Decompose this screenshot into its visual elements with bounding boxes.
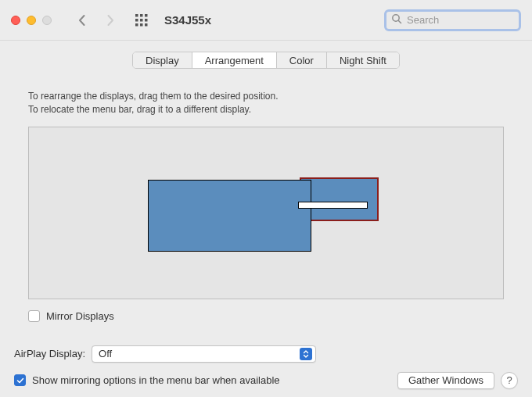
search-icon bbox=[391, 13, 402, 27]
svg-line-10 bbox=[398, 20, 401, 23]
back-button[interactable] bbox=[75, 13, 89, 27]
svg-rect-8 bbox=[145, 23, 148, 27]
mirror-displays-label: Mirror Displays bbox=[46, 310, 114, 322]
mirror-displays-checkbox[interactable] bbox=[28, 310, 40, 322]
search-input[interactable] bbox=[407, 14, 514, 26]
instruction-line-1: To rearrange the displays, drag them to … bbox=[28, 90, 504, 103]
svg-rect-0 bbox=[135, 14, 138, 17]
chevron-up-down-icon bbox=[300, 348, 312, 360]
search-field[interactable] bbox=[384, 9, 521, 31]
window-controls bbox=[11, 16, 52, 25]
show-all-button[interactable] bbox=[135, 13, 149, 27]
display-arrangement-area[interactable] bbox=[28, 127, 504, 299]
tab-color[interactable]: Color bbox=[277, 52, 327, 68]
primary-display[interactable] bbox=[148, 180, 311, 252]
forward-button[interactable] bbox=[103, 13, 117, 27]
svg-rect-7 bbox=[140, 23, 143, 27]
arrangement-pane: To rearrange the displays, drag them to … bbox=[14, 71, 518, 334]
svg-rect-3 bbox=[135, 19, 138, 22]
svg-rect-6 bbox=[135, 23, 138, 27]
airplay-label: AirPlay Display: bbox=[14, 348, 85, 359]
svg-rect-5 bbox=[145, 19, 148, 22]
show-mirroring-checkbox[interactable] bbox=[14, 374, 26, 386]
bottom-controls: AirPlay Display: Off Show mirroring opti… bbox=[0, 345, 532, 389]
svg-rect-1 bbox=[140, 14, 143, 17]
airplay-select[interactable]: Off bbox=[92, 345, 316, 363]
tab-arrangement[interactable]: Arrangement bbox=[192, 52, 277, 68]
svg-rect-2 bbox=[145, 14, 148, 17]
minimize-window-button[interactable] bbox=[27, 16, 36, 25]
gather-windows-button[interactable]: Gather Windows bbox=[397, 372, 494, 389]
svg-rect-4 bbox=[140, 19, 143, 22]
airplay-value: Off bbox=[99, 348, 112, 359]
page-title: S34J55x bbox=[164, 13, 378, 27]
titlebar: S34J55x bbox=[0, 0, 532, 41]
tab-bar: Display Arrangement Color Night Shift bbox=[0, 52, 532, 69]
tab-display[interactable]: Display bbox=[133, 52, 192, 68]
show-mirroring-label: Show mirroring options in the menu bar w… bbox=[32, 374, 280, 386]
instructions: To rearrange the displays, drag them to … bbox=[14, 71, 518, 123]
instruction-line-2: To relocate the menu bar, drag it to a d… bbox=[28, 103, 504, 116]
tab-night-shift[interactable]: Night Shift bbox=[327, 52, 399, 68]
menu-bar-indicator[interactable] bbox=[298, 202, 368, 209]
nav-buttons bbox=[75, 13, 117, 27]
zoom-window-button bbox=[42, 16, 52, 25]
secondary-display[interactable] bbox=[300, 177, 379, 221]
help-button[interactable]: ? bbox=[501, 372, 518, 389]
close-window-button[interactable] bbox=[11, 16, 20, 25]
